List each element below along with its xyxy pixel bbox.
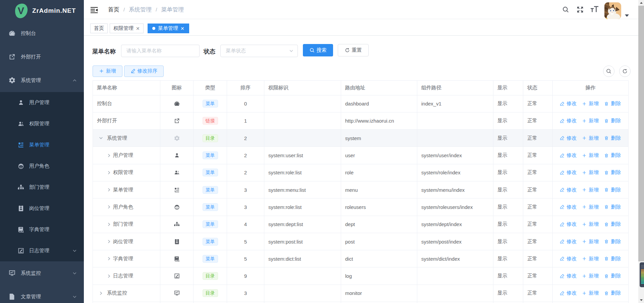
svg-text:V: V xyxy=(18,5,24,16)
